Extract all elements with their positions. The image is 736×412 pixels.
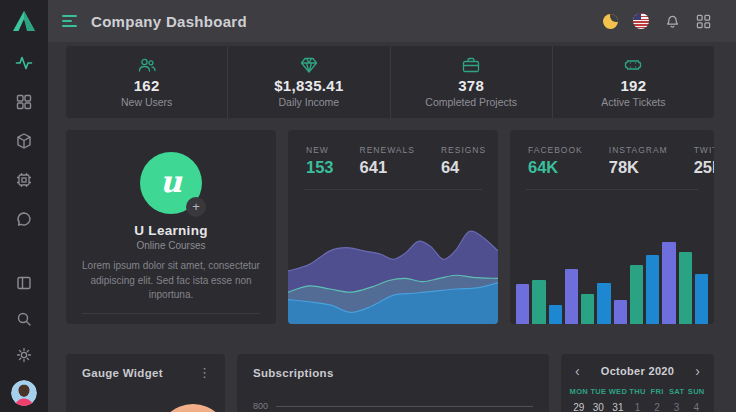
bar <box>630 265 643 324</box>
stat-label: New Users <box>121 96 172 108</box>
calendar-date[interactable]: 1 <box>628 402 648 412</box>
sidebar-item-activity[interactable] <box>13 52 35 74</box>
stat-completed-projects[interactable]: 378 Completed Projects <box>390 46 552 118</box>
ticket-icon <box>623 56 643 74</box>
gauge-title: Gauge Widget <box>82 367 163 379</box>
bar <box>581 294 594 324</box>
subscriptions-axis: 800 <box>253 401 533 411</box>
main-content: 162 New Users $1,835.41 Daily Income 378… <box>48 42 736 412</box>
y-axis-tick: 800 <box>253 401 268 411</box>
calendar-card: ‹ October 2020 › MONTUEWEDTHUFRISATSUN 2… <box>561 354 714 412</box>
app-logo[interactable] <box>0 0 48 42</box>
dashboard-screen: Company Dashboard 162 New Users $1,835.4… <box>0 0 736 412</box>
metric-renewals: RENEWALS 641 <box>360 145 415 177</box>
sidebar <box>0 0 48 412</box>
chat-bubble-icon <box>15 210 33 228</box>
divider <box>304 189 482 190</box>
social-metrics: FACEBOOK 64K INSTAGRAM 78K TWITTER 25K <box>510 130 714 177</box>
calendar-week-row: 2930311234 <box>561 402 714 412</box>
calendar-date[interactable]: 29 <box>569 402 589 412</box>
profile-stat-projects: PROJECTS 261 <box>139 323 202 325</box>
members-area-chart <box>288 218 498 324</box>
subscriptions-title: Subscriptions <box>253 367 334 379</box>
sidebar-item-settings[interactable] <box>13 344 35 366</box>
middle-row: u + U Learning Online Courses Lorem ipsu… <box>66 130 714 324</box>
bar <box>532 280 545 324</box>
activity-icon <box>15 54 33 72</box>
dashboard-grid-icon <box>15 93 33 111</box>
stat-label: Completed Projects <box>425 96 517 108</box>
menu-toggle-icon[interactable] <box>62 15 78 27</box>
profile-stats: POSTS 864 PROJECTS 261 FOLLOWERS 32K <box>66 323 276 325</box>
stat-label: Daily Income <box>279 96 340 108</box>
sidebar-item-layout[interactable] <box>13 272 35 294</box>
stat-daily-income[interactable]: $1,835.41 Daily Income <box>227 46 389 118</box>
bar <box>597 283 610 324</box>
stat-value: 192 <box>620 77 646 94</box>
add-follow-button[interactable]: + <box>186 197 206 217</box>
calendar-day-name: SUN <box>686 387 706 396</box>
search-icon <box>15 310 33 328</box>
sidebar-item-search[interactable] <box>13 308 35 330</box>
gear-icon <box>15 346 33 364</box>
briefcase-icon <box>461 56 481 74</box>
avatar-photo-icon <box>11 380 37 406</box>
theme-toggle-button[interactable] <box>601 12 619 30</box>
bar <box>646 255 659 324</box>
apps-button[interactable] <box>694 12 712 30</box>
gridline <box>276 406 533 407</box>
divider <box>526 189 698 190</box>
stat-value: $1,835.41 <box>274 77 343 94</box>
calendar-prev-button[interactable]: ‹ <box>575 365 580 377</box>
calendar-day-name: TUE <box>589 387 609 396</box>
calendar-date[interactable]: 30 <box>589 402 609 412</box>
stat-active-tickets[interactable]: 192 Active Tickets <box>552 46 714 118</box>
notifications-button[interactable] <box>663 12 681 30</box>
members-metrics: NEW 153 RENEWALS 641 RESIGNS 64 <box>288 130 498 177</box>
social-bar-chart <box>516 212 708 324</box>
calendar-date[interactable]: 31 <box>608 402 628 412</box>
subscriptions-card: Subscriptions 800 <box>237 354 549 412</box>
stat-value: 378 <box>458 77 484 94</box>
calendar-day-name: WED <box>608 387 628 396</box>
stats-summary-card: 162 New Users $1,835.41 Daily Income 378… <box>66 46 714 118</box>
sidebar-item-messages[interactable] <box>13 208 35 230</box>
metric-instagram: INSTAGRAM 78K <box>609 145 668 177</box>
bar <box>516 284 529 324</box>
bar <box>565 269 578 324</box>
moon-icon <box>603 14 618 29</box>
stat-new-users[interactable]: 162 New Users <box>66 46 227 118</box>
sidebar-item-products[interactable] <box>13 130 35 152</box>
calendar-day-name: FRI <box>647 387 667 396</box>
calendar-date[interactable]: 2 <box>647 402 667 412</box>
calendar-month-label: October 2020 <box>601 365 674 377</box>
metric-resigns: RESIGNS 64 <box>441 145 486 177</box>
kebab-menu-icon[interactable]: ⋮ <box>198 368 211 378</box>
bar <box>695 274 708 324</box>
language-button[interactable] <box>632 12 650 30</box>
sidebar-item-system[interactable] <box>13 169 35 191</box>
stat-value: 162 <box>134 77 160 94</box>
user-avatar[interactable] <box>11 380 37 406</box>
cube-icon <box>15 132 33 150</box>
metric-new: NEW 153 <box>306 145 334 177</box>
calendar-day-name: MON <box>569 387 589 396</box>
sidebar-item-dashboard[interactable] <box>13 91 35 113</box>
apps-grid-icon <box>696 14 711 29</box>
page-title: Company Dashboard <box>91 13 247 30</box>
members-card: NEW 153 RENEWALS 641 RESIGNS 64 <box>288 130 498 324</box>
calendar-date[interactable]: 4 <box>686 402 706 412</box>
profile-stat-followers: FOLLOWERS 32K <box>203 323 266 325</box>
profile-subtitle: Online Courses <box>66 240 276 251</box>
profile-stat-posts: POSTS 864 <box>76 323 139 325</box>
calendar-next-button[interactable]: › <box>695 365 700 377</box>
us-flag-icon <box>633 13 649 29</box>
profile-description: Lorem ipsum dolor sit amet, consectetur … <box>82 259 260 303</box>
metric-twitter: TWITTER 25K <box>694 145 714 177</box>
layout-panel-icon <box>15 274 33 292</box>
calendar-date[interactable]: 3 <box>667 402 687 412</box>
header-actions <box>601 12 712 30</box>
stat-label: Active Tickets <box>601 96 665 108</box>
gauge-arc <box>157 404 225 412</box>
bar <box>679 252 692 324</box>
